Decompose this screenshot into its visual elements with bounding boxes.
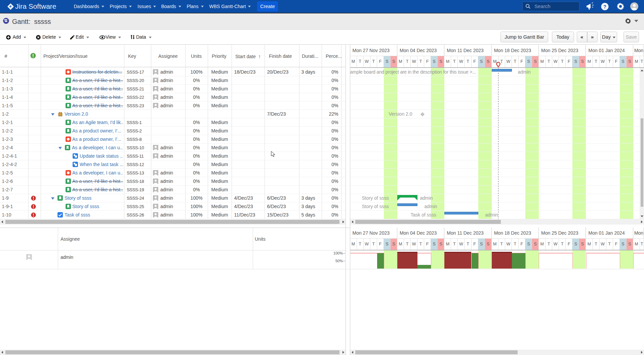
- svg-text:?: ?: [603, 4, 606, 9]
